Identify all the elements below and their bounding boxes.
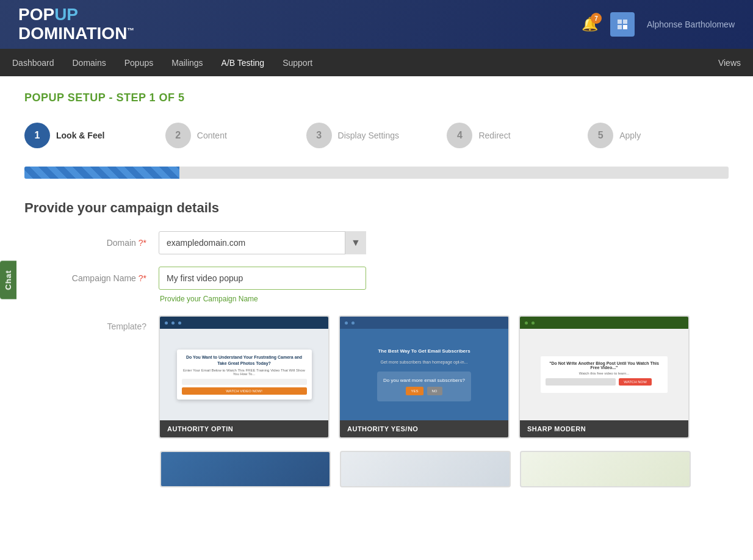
domain-label: Domain ?* [24,238,146,248]
template-card-bottom-2[interactable] [340,451,511,487]
svg-rect-1 [623,20,627,24]
nav-support[interactable]: Support [283,55,312,71]
progress-bar-fill [24,167,179,179]
main-content: POPUP SETUP - STEP 1 OF 5 1 Look & Feel … [0,76,753,560]
step-circle-1: 1 [24,123,50,148]
step-label-3: Display Settings [338,131,399,140]
step-3[interactable]: 3 Display Settings [306,123,447,148]
logo-tm: ™ [127,26,134,35]
step-1[interactable]: 1 Look & Feel [24,123,165,148]
campaign-name-label: Campaign Name ?* [24,273,146,283]
nav-ab-testing[interactable]: A/B Testing [222,55,265,71]
campaign-name-hint: Provide your Campaign Name [160,295,729,303]
domain-select-wrapper: exampledomain.com ▼ [159,231,366,254]
svg-rect-2 [618,25,622,29]
nav-mailings[interactable]: Mailings [171,55,203,71]
template-card-bottom-1[interactable] [160,451,331,487]
logo: POPUP DOMINATION™ [18,5,134,43]
bottom-templates-row [160,451,729,487]
campaign-name-row: Campaign Name ?* My first video popup [24,267,729,290]
template-name-2: AUTHORITY YES/NO [340,420,508,437]
campaign-name-required: ?* [139,273,146,283]
template-name-1: AUTHORITY OPTIN [160,420,328,437]
nav-domains[interactable]: Domains [73,55,106,71]
step-circle-3: 3 [306,123,332,148]
domain-required: ?* [139,238,146,248]
step-label-4: Redirect [478,131,510,140]
step-label-1: Look & Feel [56,131,104,140]
notification-badge: 7 [591,13,602,24]
template-sharp-modern[interactable]: "Do Not Write Another Blog Post Until Yo… [519,315,690,439]
header-right: 🔔 7 Alphonse Bartholomew [582,12,735,37]
domain-select[interactable]: exampledomain.com [159,231,366,254]
step-circle-2: 2 [165,123,191,148]
step-2[interactable]: 2 Content [165,123,306,148]
page-title: POPUP SETUP - STEP 1 OF 5 [24,92,729,104]
template-label: Template? [24,315,146,331]
step-circle-4: 4 [447,123,472,148]
campaign-name-input[interactable]: My first video popup [159,267,366,290]
nav-links: Dashboard Domains Popups Mailings A/B Te… [12,55,312,71]
chat-widget[interactable]: Chat [0,261,16,300]
template-authority-yesno[interactable]: The Best Way To Get Email Subscribers Ge… [339,315,510,439]
step-5[interactable]: 5 Apply [588,123,729,148]
add-plus-icon[interactable] [610,12,635,37]
step-circle-5: 5 [588,123,613,148]
progress-bar-container [24,167,729,179]
svg-rect-3 [623,25,627,29]
header: POPUP DOMINATION™ 🔔 7 Alphonse Bartholom… [0,0,753,49]
step-4[interactable]: 4 Redirect [447,123,588,148]
template-preview-2: The Best Way To Get Email Subscribers Ge… [340,317,508,420]
navbar: Dashboard Domains Popups Mailings A/B Te… [0,49,753,76]
templates-grid: Do You Want to Understand Your Frustrati… [159,315,729,439]
section-title: Provide your campaign details [24,200,729,216]
template-preview-1: Do You Want to Understand Your Frustrati… [160,317,328,420]
step-label-2: Content [197,131,227,140]
user-name[interactable]: Alphonse Bartholomew [647,20,735,29]
template-card-bottom-3[interactable] [520,451,691,487]
nav-views: Views [718,58,741,68]
notification-bell[interactable]: 🔔 7 [582,16,598,32]
nav-popups[interactable]: Popups [124,55,153,71]
step-label-5: Apply [619,131,641,140]
domain-row: Domain ?* exampledomain.com ▼ [24,231,729,254]
template-authority-optin[interactable]: Do You Want to Understand Your Frustrati… [159,315,330,439]
template-name-3: SHARP MODERN [520,420,688,437]
svg-rect-0 [618,20,622,24]
template-preview-3: "Do Not Write Another Blog Post Until Yo… [520,317,688,420]
template-row: Template? Do You Want to Understand Your [24,315,729,439]
steps-container: 1 Look & Feel 2 Content 3 Display Settin… [24,123,729,148]
nav-dashboard[interactable]: Dashboard [12,55,54,71]
